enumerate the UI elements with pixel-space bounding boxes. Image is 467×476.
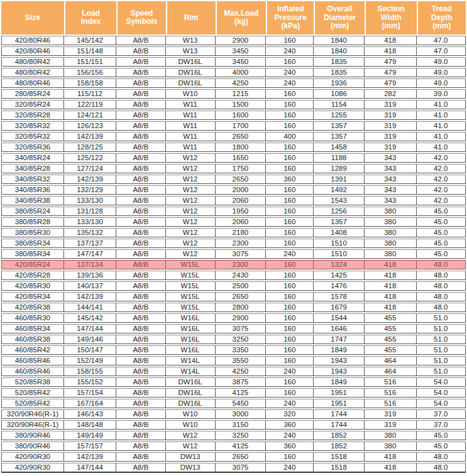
cell-load-index: 137/134 [64,260,117,269]
cell-rim: W12 [166,249,216,259]
cell-speed-symbols: A8/B [116,121,165,131]
cell-overall-diameter: 1840 [314,46,365,56]
cell-load-index: 122/119 [64,100,117,109]
cell-speed-symbols: A8/B [116,78,165,88]
cell-size: 380/85R30 [1,228,64,237]
cell-max-load: 2650 [216,132,266,141]
cell-load-index: 158/158 [64,78,117,88]
cell-tread-depth: 47.0 [417,36,466,45]
cell-speed-symbols: A8/B [116,89,165,99]
cell-speed-symbols: A8/B [116,452,165,462]
table-row: 420/90R30142/139A8/BDW132650160151841848… [1,452,466,462]
cell-tread-depth: 45.0 [417,431,466,440]
cell-max-load: 3250 [216,335,266,344]
cell-tread-depth: 49.0 [417,57,466,67]
cell-overall-diameter: 1936 [314,78,365,88]
cell-overall-diameter: 1943 [314,367,365,376]
cell-load-index: 142/139 [64,452,117,462]
cell-size: 340/85R32 [1,175,64,184]
cell-load-index: 151/151 [64,57,117,67]
cell-rim: DW16L [166,57,216,67]
cell-load-index: 142/139 [64,175,117,184]
cell-speed-symbols: A8/B [116,292,165,301]
cell-load-index: 137/137 [64,239,117,248]
table-row: 460/85R42150/147A8/BW16L3350160184945551… [1,345,466,355]
table-row: 460/85R46158/155A8/BW14L4250240194346451… [1,367,466,376]
cell-load-index: 157/154 [64,388,117,398]
cell-overall-diameter: 1849 [314,377,365,387]
cell-overall-diameter: 1646 [314,324,365,333]
cell-max-load: 2300 [216,260,266,269]
cell-max-load: 4250 [216,367,266,376]
cell-tread-depth: 37.0 [417,409,466,419]
cell-max-load: 3875 [216,377,266,387]
cell-max-load: 2500 [216,281,266,291]
cell-speed-symbols: A8/B [116,335,165,344]
cell-section-width: 464 [365,367,417,376]
cell-tread-depth: 54.0 [417,388,466,398]
cell-rim: W11 [166,111,216,120]
cell-inflated-pressure: 240 [266,68,314,77]
cell-tread-depth: 41.0 [417,143,466,152]
cell-inflated-pressure: 160 [266,345,314,355]
cell-inflated-pressure: 160 [266,324,314,333]
cell-load-index: 158/155 [64,367,117,376]
cell-overall-diameter: 1951 [314,388,365,398]
cell-inflated-pressure: 240 [266,431,314,440]
cell-max-load: 3075 [216,324,266,333]
cell-overall-diameter: 1943 [314,356,365,365]
cell-overall-diameter: 1324 [314,260,365,269]
cell-max-load: 2060 [216,217,266,227]
column-header-tread-depth: Tread Depth (mm) [417,1,466,35]
cell-tread-depth: 48.0 [417,271,466,280]
cell-rim: W15L [166,292,216,301]
table-row-highlighted: 420/85R24137/134A8/BW15L2300160132441848… [1,260,466,269]
cell-section-width: 418 [365,303,417,312]
cell-tread-depth: 41.0 [417,111,466,120]
cell-rim: W12 [166,185,216,195]
cell-rim: W12 [166,175,216,184]
cell-rim: W10 [166,409,216,419]
cell-tread-depth: 48.0 [417,260,466,269]
cell-section-width: 516 [365,388,417,398]
cell-tread-depth: 54.0 [417,399,466,408]
cell-size: 420/90R30 [1,463,64,473]
table-row: 320/85R36128/125A8/BW111800160145831941.… [1,143,466,152]
cell-inflated-pressure: 160 [266,121,314,131]
cell-speed-symbols: A8/B [116,431,165,440]
cell-max-load: 2180 [216,228,266,237]
cell-overall-diameter: 1408 [314,228,365,237]
cell-tread-depth: 41.0 [417,100,466,109]
cell-load-index: 147/144 [64,324,117,333]
cell-rim: W12 [166,228,216,237]
cell-size: 520/85R38 [1,377,64,387]
cell-size: 380/85R28 [1,217,64,227]
cell-max-load: 1950 [216,207,266,216]
cell-max-load: 1500 [216,100,266,109]
cell-max-load: 3350 [216,345,266,355]
cell-section-width: 516 [365,399,417,408]
cell-speed-symbols: A8/B [116,409,165,419]
cell-max-load: 4250 [216,78,266,88]
cell-overall-diameter: 1086 [314,89,365,99]
cell-rim: DW13 [166,452,216,462]
table-row: 460/85R34147/144A8/BW16L3075160164645551… [1,324,466,333]
cell-load-index: 131/128 [64,207,117,216]
table-row: 520/85R42157/154A8/BDW16L412516019515165… [1,388,466,398]
cell-size: 480/80R42 [1,68,64,77]
cell-tread-depth: 47.0 [417,46,466,56]
cell-size: 380/85R34 [1,249,64,259]
cell-rim: W11 [166,143,216,152]
cell-tread-depth: 42.0 [417,164,466,173]
cell-speed-symbols: A8/B [116,185,165,195]
cell-speed-symbols: A8/B [116,313,165,323]
cell-load-index: 132/129 [64,185,117,195]
cell-speed-symbols: A8/B [116,100,165,109]
cell-load-index: 155/152 [64,377,117,387]
column-header-size: Size [1,1,64,35]
table-row: 460/85R30145/142A8/BW16L2900160154445551… [1,313,466,323]
cell-load-index: 149/146 [64,335,117,344]
table-row: 480/80R42156/156A8/BDW16L400024018354794… [1,68,466,77]
cell-rim: W16L [166,345,216,355]
table-row: 340/85R36132/129A8/BW122000160149234342.… [1,185,466,195]
